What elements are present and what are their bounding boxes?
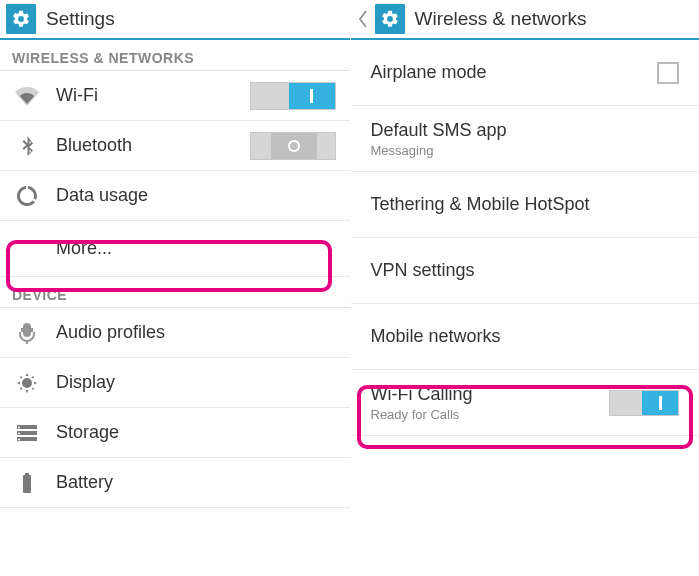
default-sms-label: Default SMS app (371, 120, 680, 141)
row-tethering[interactable]: Tethering & Mobile HotSpot (351, 172, 700, 238)
display-icon (14, 370, 40, 396)
data-usage-label: Data usage (56, 185, 336, 206)
mobile-networks-label: Mobile networks (371, 326, 680, 347)
row-vpn[interactable]: VPN settings (351, 238, 700, 304)
gear-icon (11, 9, 31, 29)
wifi-label: Wi-Fi (56, 85, 234, 106)
storage-icon (14, 420, 40, 446)
chevron-left-icon (358, 10, 368, 28)
row-battery[interactable]: Battery (0, 458, 350, 508)
default-sms-sublabel: Messaging (371, 143, 680, 158)
airplane-label: Airplane mode (371, 62, 642, 83)
section-device: DEVICE (0, 277, 350, 308)
row-bluetooth[interactable]: Bluetooth (0, 121, 350, 171)
gear-icon (380, 9, 400, 29)
bluetooth-icon (14, 133, 40, 159)
row-display[interactable]: Display (0, 358, 350, 408)
row-wifi[interactable]: Wi-Fi (0, 71, 350, 121)
row-mobile-networks[interactable]: Mobile networks (351, 304, 700, 370)
row-wifi-calling[interactable]: Wi-Fi Calling Ready for Calls (351, 370, 700, 436)
page-title: Settings (46, 8, 115, 30)
data-usage-icon (14, 183, 40, 209)
bluetooth-toggle[interactable] (250, 132, 336, 160)
wireless-networks-panel: Wireless & networks Airplane mode Defaul… (350, 0, 700, 576)
row-storage[interactable]: Storage (0, 408, 350, 458)
page-title-wireless: Wireless & networks (415, 8, 587, 30)
row-more[interactable]: More... (0, 221, 350, 277)
row-default-sms[interactable]: Default SMS app Messaging (351, 106, 700, 172)
actionbar-wireless: Wireless & networks (351, 0, 700, 40)
row-audio-profiles[interactable]: Audio profiles (0, 308, 350, 358)
battery-icon (14, 470, 40, 496)
audio-profiles-label: Audio profiles (56, 322, 336, 343)
settings-app-icon (6, 4, 36, 34)
wifi-calling-sublabel: Ready for Calls (371, 407, 594, 422)
row-airplane-mode[interactable]: Airplane mode (351, 40, 700, 106)
tethering-label: Tethering & Mobile HotSpot (371, 194, 680, 215)
wifi-calling-label: Wi-Fi Calling (371, 384, 594, 405)
vpn-label: VPN settings (371, 260, 680, 281)
wifi-calling-toggle[interactable] (609, 390, 679, 416)
more-label: More... (56, 238, 336, 259)
wifi-toggle[interactable] (250, 82, 336, 110)
bluetooth-label: Bluetooth (56, 135, 234, 156)
airplane-checkbox[interactable] (657, 62, 679, 84)
display-label: Display (56, 372, 336, 393)
row-data-usage[interactable]: Data usage (0, 171, 350, 221)
storage-label: Storage (56, 422, 336, 443)
actionbar-settings: Settings (0, 0, 350, 40)
settings-panel: Settings WIRELESS & NETWORKS Wi-Fi Bluet… (0, 0, 350, 576)
wifi-icon (14, 83, 40, 109)
settings-app-icon-2 (375, 4, 405, 34)
audio-profiles-icon (14, 320, 40, 346)
battery-label: Battery (56, 472, 336, 493)
section-wireless-networks: WIRELESS & NETWORKS (0, 40, 350, 71)
back-button[interactable] (357, 0, 369, 39)
